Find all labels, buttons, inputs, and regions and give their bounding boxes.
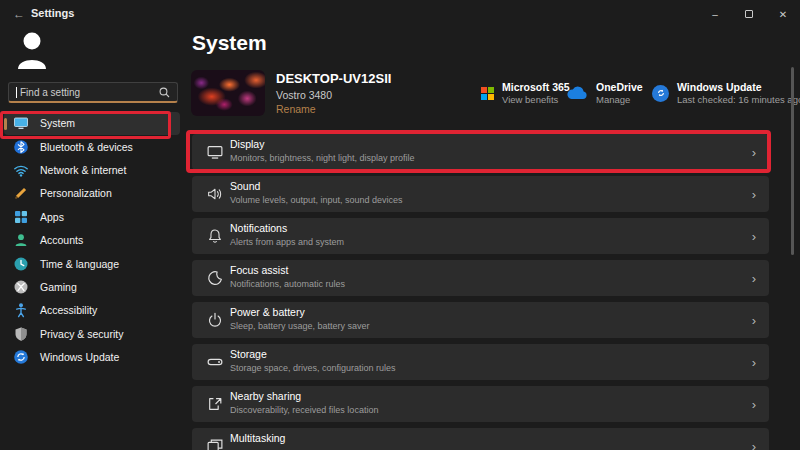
card-title: Windows Update [677, 81, 800, 93]
sidebar-item-time-language[interactable]: Time & language [4, 252, 180, 275]
settings-row-power-battery[interactable]: Power & battery Sleep, battery usage, ba… [192, 302, 769, 338]
text-caret [16, 87, 17, 98]
apps-grid-icon [13, 209, 29, 225]
settings-row-multitasking[interactable]: Multitasking › [192, 428, 769, 450]
device-model: Vostro 3480 [276, 89, 332, 101]
nearby-sharing-icon [206, 395, 224, 413]
sidebar-item-system[interactable]: System [4, 112, 180, 135]
sidebar-item-label: Accessibility [40, 304, 97, 316]
search-icon [159, 87, 170, 98]
settings-row-display[interactable]: Display Monitors, brightness, night ligh… [192, 134, 769, 170]
minimize-button[interactable]: – [698, 0, 732, 28]
bell-icon [206, 227, 224, 245]
titlebar: ← Settings – ✕ [0, 0, 800, 28]
settings-row-sound[interactable]: Sound Volume levels, output, input, soun… [192, 176, 769, 212]
windows-update-icon [652, 85, 669, 102]
close-button[interactable]: ✕ [766, 0, 800, 28]
chevron-right-icon: › [752, 355, 756, 370]
sidebar-item-label: Windows Update [40, 351, 119, 363]
last-checked-status: Last checked: 16 minutes ago [677, 94, 800, 105]
search-placeholder: Find a setting [20, 87, 159, 98]
row-title: Notifications [230, 222, 344, 234]
sidebar-nav: System Bluetooth & devices Network & int… [4, 112, 180, 369]
sidebar-item-label: Privacy & security [40, 328, 123, 340]
shield-icon [13, 326, 29, 342]
sidebar-item-label: Apps [40, 211, 64, 223]
wifi-icon [13, 162, 29, 178]
user-avatar [15, 30, 49, 74]
card-title: OneDrive [596, 81, 643, 93]
system-icon [13, 115, 29, 131]
sidebar-item-label: Bluetooth & devices [40, 141, 133, 153]
onedrive-card: OneDrive Manage [566, 78, 643, 108]
sidebar-item-label: Time & language [40, 258, 119, 270]
row-subtitle: Notifications, automatic rules [230, 279, 345, 289]
manage-link[interactable]: Manage [596, 94, 643, 105]
chevron-right-icon: › [752, 145, 756, 160]
window-title: Settings [31, 7, 74, 19]
bluetooth-icon [13, 139, 29, 155]
maximize-button[interactable] [732, 0, 766, 28]
row-title: Power & battery [230, 306, 370, 318]
rename-link[interactable]: Rename [276, 103, 316, 115]
clock-icon [13, 256, 29, 272]
row-title: Display [230, 138, 415, 150]
chevron-right-icon: › [752, 229, 756, 244]
chevron-right-icon: › [752, 397, 756, 412]
device-wallpaper-thumbnail [191, 70, 265, 116]
row-subtitle: Alerts from apps and system [230, 237, 344, 247]
sidebar-item-label: Personalization [40, 187, 112, 199]
row-subtitle: Sleep, battery usage, battery saver [230, 321, 370, 331]
row-subtitle: Storage space, drives, configuration rul… [230, 363, 396, 373]
sidebar-item-network-internet[interactable]: Network & internet [4, 158, 180, 181]
windows-update-card: Windows Update Last checked: 16 minutes … [652, 78, 800, 108]
view-benefits-link[interactable]: View benefits [502, 94, 570, 105]
person-icon [15, 30, 49, 70]
settings-row-notifications[interactable]: Notifications Alerts from apps and syste… [192, 218, 769, 254]
accounts-person-icon [13, 232, 29, 248]
sidebar-item-privacy-security[interactable]: Privacy & security [4, 322, 180, 345]
onedrive-cloud-icon [566, 86, 588, 100]
settings-row-nearby-sharing[interactable]: Nearby sharing Discoverability, received… [192, 386, 769, 422]
settings-list: Display Monitors, brightness, night ligh… [192, 134, 769, 450]
sidebar-item-gaming[interactable]: Gaming [4, 275, 180, 298]
page-title: System [192, 31, 267, 55]
sidebar-item-apps[interactable]: Apps [4, 205, 180, 228]
moon-icon [206, 269, 224, 287]
card-title: Microsoft 365 [502, 81, 570, 93]
row-title: Storage [230, 348, 396, 360]
settings-window: ← Settings – ✕ Find a setting System [0, 0, 800, 450]
sidebar-item-label: System [40, 117, 75, 129]
scrollbar[interactable] [791, 67, 794, 255]
chevron-right-icon: › [752, 187, 756, 202]
row-subtitle: Volume levels, output, input, sound devi… [230, 195, 403, 205]
pencil-icon [13, 185, 29, 201]
search-input[interactable]: Find a setting [8, 82, 178, 103]
microsoft-logo-icon [481, 87, 494, 100]
row-subtitle: Discoverability, received files location [230, 405, 378, 415]
row-title: Focus assist [230, 264, 345, 276]
sidebar-item-personalization[interactable]: Personalization [4, 182, 180, 205]
window-controls: – ✕ [698, 0, 800, 28]
sidebar-item-windows-update[interactable]: Windows Update [4, 345, 180, 368]
sidebar-item-accounts[interactable]: Accounts [4, 228, 180, 251]
sidebar-item-label: Gaming [40, 281, 77, 293]
xbox-icon [13, 279, 29, 295]
row-subtitle: Monitors, brightness, night light, displ… [230, 153, 415, 163]
accessibility-person-icon [13, 302, 29, 318]
chevron-right-icon: › [752, 313, 756, 328]
row-title: Nearby sharing [230, 390, 378, 402]
update-icon [13, 349, 29, 365]
back-button[interactable]: ← [10, 6, 28, 22]
device-name: DESKTOP-UV12SII [276, 71, 391, 86]
sidebar-item-accessibility[interactable]: Accessibility [4, 299, 180, 322]
storage-drive-icon [206, 353, 224, 371]
sidebar-item-label: Accounts [40, 234, 83, 246]
settings-row-focus-assist[interactable]: Focus assist Notifications, automatic ru… [192, 260, 769, 296]
maximize-icon [745, 10, 753, 18]
row-title: Sound [230, 180, 403, 192]
display-icon [206, 143, 224, 161]
sidebar-item-bluetooth-devices[interactable]: Bluetooth & devices [4, 135, 180, 158]
settings-row-storage[interactable]: Storage Storage space, drives, configura… [192, 344, 769, 380]
microsoft-365-card: Microsoft 365 View benefits [481, 78, 570, 108]
